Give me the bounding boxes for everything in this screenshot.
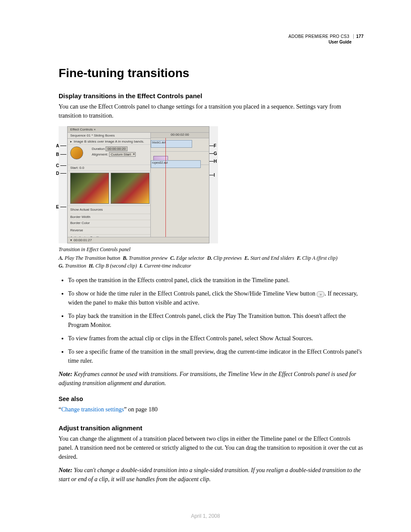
page-header: ADOBE PREMIERE PRO CS3 177 User Guide — [59, 34, 364, 45]
callout-D: D — [56, 171, 59, 176]
panel-tab: Effect Controls × — [68, 127, 209, 133]
show-actual-label: Show Actual Sources — [70, 208, 103, 213]
note-label: Note: — [59, 371, 72, 377]
alignment-label: Alignment: — [92, 152, 108, 156]
callout-C: C — [56, 163, 59, 168]
product-name: ADOBE PREMIERE PRO CS3 — [289, 34, 349, 39]
callout-A: A — [56, 143, 59, 148]
footer-date: April 1, 2008 — [0, 513, 411, 519]
page-number: 177 — [353, 34, 364, 39]
border-color-label: Border Color — [70, 221, 90, 226]
callout-E: E — [56, 205, 59, 209]
page-title: Fine-tuning transitions — [59, 66, 364, 80]
list-item: To see a specific frame of the transitio… — [68, 347, 364, 365]
note-label: Note: — [59, 467, 72, 473]
note-paragraph: Note: You can't change a double-sided tr… — [59, 466, 364, 484]
list-item: To play back the transition in the Effec… — [68, 311, 364, 330]
timecode-bottom: 00:00:01:27 — [74, 238, 92, 242]
figure-legend: A. Play The Transition button B. Transit… — [59, 254, 364, 270]
timeline-view: 00:00:02:00 block1.avi ropes02.avi — [150, 133, 209, 237]
note-paragraph: Note: Keyframes cannot be used with tran… — [59, 370, 364, 388]
clip-preview-end — [111, 173, 149, 204]
clip-b: ropes02.avi — [151, 160, 201, 168]
duration-value: 00:00:00:20 — [106, 146, 127, 151]
transition-preview-thumb — [70, 146, 83, 159]
reverse-label: Reverse — [70, 228, 83, 233]
duration-label: Duration — [92, 147, 105, 151]
header-subtitle: User Guide — [59, 39, 364, 45]
callout-F: F — [214, 143, 216, 148]
see-also-heading: See also — [59, 395, 364, 402]
callout-H: H — [214, 159, 217, 164]
body-paragraph: You can change the alignment of a transi… — [59, 434, 364, 461]
alignment-value: Custom Start — [109, 152, 136, 157]
list-item: To show or hide the time ruler in the Ef… — [68, 289, 364, 307]
callout-G: G — [214, 151, 217, 156]
time-ruler: 00:00:02:00 — [151, 133, 209, 138]
callout-I: I — [214, 173, 215, 177]
start-label: Start: — [70, 166, 78, 170]
figure-caption: Transition in Effect Controls panel — [59, 246, 364, 253]
see-also-item: “Change transition settings” on page 180 — [59, 405, 364, 414]
transition-desc: Image B slides over image A in moving ba… — [74, 140, 144, 143]
border-width-label: Border Width — [70, 215, 90, 219]
start-value: 0.0 — [79, 166, 84, 170]
show-hide-timeline-icon: » — [317, 291, 324, 297]
effect-controls-panel: Effect Controls × Sequence 01 * Sliding … — [67, 126, 209, 243]
list-item: To open the transition in the Effects co… — [68, 276, 364, 285]
callout-B: B — [56, 152, 59, 157]
figure: A B C D E F G H I Effect Controls × Sequ… — [59, 126, 364, 270]
section-heading: Adjust transition alignment — [59, 424, 364, 432]
clip-preview-start — [70, 173, 109, 204]
list-item: To view frames from the actual clip or c… — [68, 334, 364, 343]
bullet-list: To open the transition in the Effects co… — [59, 276, 364, 365]
section-intro: You can use the Effect Controls panel to… — [59, 102, 364, 120]
current-time-indicator — [165, 138, 166, 237]
section-heading: Display transitions in the Effect Contro… — [59, 92, 364, 100]
clip-a: block1.avi — [151, 140, 192, 148]
link-change-transition-settings[interactable]: Change transition settings — [61, 406, 124, 413]
